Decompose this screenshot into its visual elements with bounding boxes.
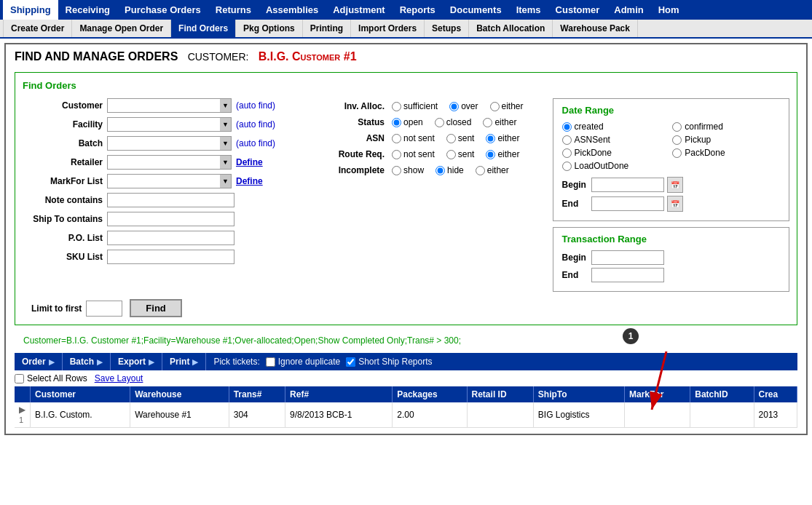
nav-shipping[interactable]: Shipping — [3, 0, 58, 20]
inv-alloc-sufficient[interactable]: sufficient — [392, 101, 438, 111]
asn-not-sent[interactable]: not sent — [392, 133, 435, 143]
date-end-row: End 📅 — [562, 196, 780, 212]
nav-customer[interactable]: Customer — [548, 0, 607, 20]
incomplete-either[interactable]: either — [476, 165, 509, 175]
status-open[interactable]: open — [392, 117, 423, 127]
page-wrapper: Find and Manage Orders Customer: B.I.G. … — [4, 43, 808, 435]
customer-auto-find[interactable]: (auto find) — [236, 100, 275, 111]
customer-input[interactable]: B.I.G. Customer #1 — [107, 98, 220, 113]
incomplete-hide[interactable]: hide — [435, 165, 464, 175]
subnav-pkg-options[interactable]: Pkg Options — [236, 20, 303, 37]
retailer-input[interactable] — [107, 155, 220, 170]
nav-home[interactable]: Hom — [651, 0, 687, 20]
row-packages-cell: 2.00 — [393, 402, 467, 428]
note-contains-input[interactable] — [107, 193, 234, 207]
nav-adjustment[interactable]: Adjustment — [326, 0, 393, 20]
date-range-pickup[interactable]: Pickup — [672, 135, 780, 145]
trans-end-input[interactable] — [591, 268, 664, 282]
customer-dropdown-arrow[interactable]: ▼ — [220, 98, 232, 113]
subnav-setups[interactable]: Setups — [425, 20, 469, 37]
find-button[interactable]: Find — [130, 299, 181, 317]
query-string: Customer=B.I.G. Customer #1;Facility=War… — [15, 331, 797, 350]
batch-auto-find[interactable]: (auto find) — [236, 138, 275, 148]
subnav-manage-open-order[interactable]: Manage Open Order — [72, 20, 171, 37]
subnav-create-order[interactable]: Create Order — [3, 20, 72, 37]
markfor-input[interactable] — [107, 174, 220, 188]
status-either[interactable]: either — [483, 117, 516, 127]
ship-to-contains-row: Ship To contains — [23, 212, 275, 226]
nav-items[interactable]: Items — [509, 0, 548, 20]
date-range-asnsent[interactable]: ASNSent — [562, 135, 670, 145]
trans-end-row: End — [562, 268, 780, 282]
print-action-button[interactable]: Print ▶ — [162, 353, 206, 370]
subnav-find-orders[interactable]: Find Orders — [171, 20, 236, 37]
status-closed[interactable]: closed — [435, 117, 472, 127]
route-req-either[interactable]: either — [486, 149, 519, 159]
sku-list-input[interactable] — [107, 250, 234, 264]
route-req-not-sent[interactable]: not sent — [392, 149, 435, 159]
row-batch-id-cell — [690, 402, 754, 428]
trans-begin-input[interactable]: 300 — [591, 250, 664, 265]
asn-sent[interactable]: sent — [446, 133, 475, 143]
retailer-dropdown-arrow[interactable]: ▼ — [220, 155, 232, 170]
nav-purchase-orders[interactable]: Purchase Orders — [117, 0, 208, 20]
subnav-import-orders[interactable]: Import Orders — [351, 20, 425, 37]
nav-receiving[interactable]: Receiving — [58, 0, 117, 20]
short-ship-reports-label[interactable]: Short Ship Reports — [346, 357, 432, 367]
facility-auto-find[interactable]: (auto find) — [236, 119, 275, 130]
date-begin-label: Begin — [562, 180, 591, 190]
short-ship-reports-checkbox[interactable] — [346, 357, 355, 367]
row-trans-cell: 304 — [229, 402, 285, 428]
markfor-dropdown-arrow[interactable]: ▼ — [220, 174, 232, 188]
incomplete-show[interactable]: show — [392, 165, 424, 175]
inv-alloc-either[interactable]: either — [490, 101, 524, 111]
trans-end-label: End — [562, 270, 591, 280]
expand-arrow-icon[interactable]: ▶ — [19, 405, 25, 415]
po-list-input[interactable] — [107, 231, 234, 245]
select-all-checkbox[interactable] — [15, 374, 24, 383]
date-range-loadoutdone[interactable]: LoadOutDone — [562, 161, 670, 171]
subnav-batch-allocation[interactable]: Batch Allocation — [469, 20, 553, 37]
retailer-define-link[interactable]: Define — [236, 157, 263, 167]
po-list-row: P.O. List — [23, 231, 275, 245]
date-begin-calendar-icon[interactable]: 📅 — [667, 177, 683, 193]
sub-navigation: Create Order Manage Open Order Find Orde… — [0, 20, 812, 39]
select-all-label[interactable]: Select All Rows — [15, 373, 87, 383]
date-end-calendar-icon[interactable]: 📅 — [667, 196, 683, 212]
limit-to-first-label: Limit to first — [31, 303, 82, 314]
ignore-duplicate-checkbox[interactable] — [266, 357, 275, 367]
order-action-button[interactable]: Order ▶ — [15, 353, 63, 370]
route-req-sent[interactable]: sent — [446, 149, 475, 159]
ship-to-contains-input[interactable] — [107, 212, 234, 226]
date-range-confirmed[interactable]: confirmed — [672, 122, 780, 132]
limit-to-first-input[interactable]: 100 — [86, 301, 122, 317]
nav-assemblies[interactable]: Assemblies — [259, 0, 326, 20]
nav-returns[interactable]: Returns — [208, 0, 259, 20]
markfor-define-link[interactable]: Define — [236, 176, 263, 186]
nav-admin[interactable]: Admin — [607, 0, 650, 20]
asn-either[interactable]: either — [486, 133, 519, 143]
date-begin-input[interactable] — [591, 178, 664, 192]
nav-reports[interactable]: Reports — [393, 0, 443, 20]
action-bar: Order ▶ Batch ▶ Export ▶ Print ▶ Pick ti… — [15, 353, 797, 370]
nav-documents[interactable]: Documents — [443, 0, 509, 20]
date-end-input[interactable] — [591, 196, 664, 211]
retailer-field-label: Retailer — [23, 157, 103, 167]
export-action-button[interactable]: Export ▶ — [111, 353, 162, 370]
subnav-printing[interactable]: Printing — [303, 20, 351, 37]
batch-dropdown-arrow[interactable]: ▼ — [220, 136, 232, 151]
batch-action-button[interactable]: Batch ▶ — [63, 353, 111, 370]
incomplete-label: Incomplete — [312, 165, 385, 175]
batch-row: Batch ▼ (auto find) — [23, 136, 275, 151]
save-layout-link[interactable]: Save Layout — [95, 373, 143, 383]
date-range-pickdone[interactable]: PickDone — [562, 148, 670, 158]
subnav-warehouse-pack[interactable]: Warehouse Pack — [553, 20, 638, 37]
asn-options: not sent sent either — [392, 133, 519, 143]
facility-input[interactable]: Warehouse #1 — [107, 117, 220, 132]
date-range-created[interactable]: created — [562, 122, 670, 132]
inv-alloc-over[interactable]: over — [449, 101, 478, 111]
facility-dropdown-arrow[interactable]: ▼ — [220, 117, 232, 132]
ignore-duplicate-label[interactable]: Ignore duplicate — [266, 357, 340, 367]
date-range-packdone[interactable]: PackDone — [672, 148, 780, 158]
batch-input[interactable] — [107, 136, 220, 151]
